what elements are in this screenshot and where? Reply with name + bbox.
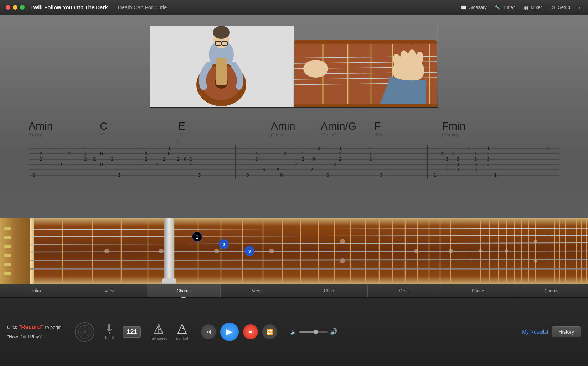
close-button[interactable] (6, 5, 10, 10)
my-results-button[interactable]: My Results! (522, 329, 548, 335)
svg-text:2: 2 (339, 156, 342, 162)
svg-text:2: 2 (451, 151, 454, 156)
chord-name-aming: Amin/G (321, 120, 374, 132)
setup-button[interactable]: ⚙ Setup (550, 4, 570, 11)
svg-text:1: 1 (301, 151, 304, 156)
record-prompt-line1: Click (7, 325, 19, 330)
svg-text:1: 1 (487, 146, 490, 151)
tuner-icon: 🔧 (495, 4, 501, 11)
svg-text:0: 0 (61, 162, 64, 167)
svg-text:3: 3 (457, 156, 459, 162)
section-chorus-3-label: Chorus (545, 288, 558, 293)
chord-sub-c: (F) (100, 132, 178, 137)
chord-sub-amin-1: (Dmin) (29, 132, 100, 137)
mixer-icon: ▦ (522, 4, 529, 11)
svg-text:2: 2 (40, 151, 42, 156)
svg-text:1: 1 (138, 146, 140, 151)
chord-name-e: E (178, 120, 271, 132)
tab-area: Amin (Dmin) C (F) E (A) Amin (Dmin) Amin… (0, 116, 588, 195)
svg-text:2: 2 (93, 156, 96, 162)
svg-text:2: 2 (310, 167, 313, 172)
minimize-button[interactable] (13, 5, 17, 10)
mixer-label: Mixer (531, 5, 542, 10)
chord-name-amin-1: Amin (29, 120, 100, 132)
section-chorus-3[interactable]: Chorus (515, 284, 588, 297)
skip-back-button[interactable]: ⏮ (201, 324, 216, 339)
volume-slider[interactable] (299, 331, 328, 333)
input-label: Input (105, 335, 114, 340)
mixer-button[interactable]: ▦ Mixer (522, 4, 542, 11)
video-area (150, 26, 438, 108)
tuner-button[interactable]: 🔧 Tuner (495, 4, 515, 11)
svg-text:3: 3 (474, 156, 477, 162)
svg-text:2: 2 (111, 156, 114, 162)
section-intro[interactable]: Intro (0, 284, 73, 297)
svg-text:3: 3 (198, 172, 201, 178)
svg-text:2: 2 (177, 156, 180, 162)
svg-text:1: 1 (494, 172, 497, 178)
svg-text:3: 3 (457, 167, 459, 172)
chord-e: E (A) (178, 120, 271, 137)
record-button[interactable]: ● (243, 324, 258, 339)
svg-text:0: 0 (246, 172, 249, 178)
volume-high-icon: 🔊 (330, 328, 338, 336)
svg-text:0: 0 (312, 156, 315, 162)
svg-text:3: 3 (446, 156, 449, 162)
svg-text:1: 1 (369, 146, 372, 151)
section-chorus-1[interactable]: Chorus (147, 284, 221, 297)
chord-sub-f: (Bb) (374, 132, 442, 137)
playback-controls: ⏮ ▶ ● 🔁 (201, 323, 277, 341)
svg-text:2: 2 (84, 151, 87, 156)
bpm-section: 121 (123, 326, 141, 338)
svg-rect-110 (4, 236, 11, 239)
svg-text:3: 3 (457, 162, 459, 167)
video-panel-left[interactable] (150, 26, 294, 107)
chord-name-c: C (100, 120, 178, 132)
svg-point-161 (269, 249, 274, 253)
section-intro-label: Intro (32, 288, 41, 293)
video-panel-right[interactable] (294, 26, 438, 107)
svg-text:3: 3 (487, 151, 490, 156)
title-separator (114, 4, 115, 10)
section-verse-3-label: Verse (399, 288, 410, 293)
section-chorus-2[interactable]: Chorus (294, 284, 368, 297)
svg-text:3: 3 (487, 162, 490, 167)
svg-point-158 (104, 249, 109, 253)
history-button[interactable]: History (552, 326, 581, 337)
svg-rect-114 (4, 272, 11, 275)
bpm-display: 121 (123, 326, 141, 338)
svg-rect-176 (164, 218, 174, 284)
svg-text:2: 2 (189, 156, 192, 162)
svg-text:1: 1 (467, 146, 470, 151)
section-verse-3[interactable]: Verse (368, 284, 441, 297)
music-icon: ♪ (576, 4, 582, 11)
svg-rect-109 (4, 227, 11, 230)
section-bridge[interactable]: Bridge (441, 284, 515, 297)
section-verse-1[interactable]: Verse (73, 284, 147, 297)
svg-text:1: 1 (47, 146, 50, 151)
normal-speed-icon (177, 324, 187, 336)
window-controls[interactable] (6, 5, 25, 10)
svg-text:2: 2 (155, 162, 158, 167)
input-icon (105, 324, 113, 335)
music-button[interactable]: ♪ (576, 4, 582, 11)
guitarist-left-video (150, 26, 293, 107)
maximize-button[interactable] (20, 5, 25, 10)
play-button[interactable]: ▶ (220, 323, 239, 341)
titlebar: I Will Follow You Into The Dark Death Ca… (0, 0, 588, 15)
tab-notation-svg: 1 2 2 0 0 2 1 2 2 2 0 0 2 3 1 0 2 2 2 1 … (29, 143, 559, 186)
svg-text:2: 2 (189, 162, 192, 167)
glossary-icon: 📖 (460, 4, 466, 11)
loop-button[interactable]: 🔁 (262, 324, 277, 339)
chord-sub-amin-2: (Dmin) (271, 132, 321, 137)
section-verse-2[interactable]: Verse (221, 284, 294, 297)
record-prompt-line3: "How Did I Play?" (7, 334, 43, 339)
svg-text:2: 2 (294, 162, 297, 167)
section-verse-2-label: Verse (252, 288, 263, 293)
artist-name: Death Cab For Cutie (118, 4, 167, 10)
glossary-button[interactable]: 📖 Glossary (460, 4, 486, 11)
svg-rect-111 (4, 245, 11, 248)
svg-text:2: 2 (339, 151, 342, 156)
svg-text:2: 2 (440, 151, 443, 156)
main-content: Amin (Dmin) C (F) E (A) Amin (Dmin) Amin… (0, 15, 588, 366)
